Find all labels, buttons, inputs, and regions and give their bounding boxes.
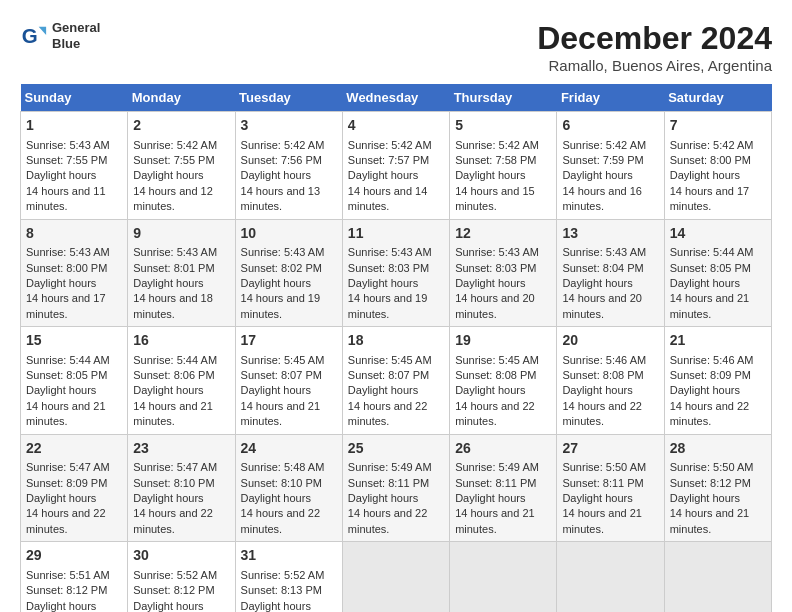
daylight-duration: 14 hours and 20 minutes. — [455, 292, 535, 319]
daylight-duration: 14 hours and 22 minutes. — [348, 507, 428, 534]
daylight-duration: 14 hours and 21 minutes. — [562, 507, 642, 534]
sunrise-text: Sunrise: 5:46 AM — [562, 354, 646, 366]
daylight-duration: 14 hours and 19 minutes. — [241, 292, 321, 319]
column-header-wednesday: Wednesday — [342, 84, 449, 112]
sunset-text: Sunset: 8:01 PM — [133, 262, 214, 274]
sunset-text: Sunset: 8:00 PM — [670, 154, 751, 166]
daylight-duration: 14 hours and 22 minutes. — [26, 507, 106, 534]
sunrise-text: Sunrise: 5:45 AM — [348, 354, 432, 366]
daylight-text: Daylight hours — [455, 492, 525, 504]
page-subtitle: Ramallo, Buenos Aires, Argentina — [537, 57, 772, 74]
sunrise-text: Sunrise: 5:45 AM — [241, 354, 325, 366]
daylight-duration: 14 hours and 22 minutes. — [241, 507, 321, 534]
title-area: December 2024 Ramallo, Buenos Aires, Arg… — [537, 20, 772, 74]
calendar-cell: 4Sunrise: 5:42 AMSunset: 7:57 PMDaylight… — [342, 112, 449, 220]
sunrise-text: Sunrise: 5:43 AM — [26, 139, 110, 151]
daylight-text: Daylight hours — [133, 600, 203, 612]
calendar-cell: 6Sunrise: 5:42 AMSunset: 7:59 PMDaylight… — [557, 112, 664, 220]
day-number: 12 — [455, 224, 551, 244]
daylight-text: Daylight hours — [26, 384, 96, 396]
sunrise-text: Sunrise: 5:48 AM — [241, 461, 325, 473]
calendar-cell — [664, 542, 771, 612]
daylight-text: Daylight hours — [455, 169, 525, 181]
sunset-text: Sunset: 8:05 PM — [670, 262, 751, 274]
sunrise-text: Sunrise: 5:49 AM — [348, 461, 432, 473]
daylight-text: Daylight hours — [670, 277, 740, 289]
sunset-text: Sunset: 7:58 PM — [455, 154, 536, 166]
calendar-cell — [342, 542, 449, 612]
day-number: 22 — [26, 439, 122, 459]
calendar-cell: 12Sunrise: 5:43 AMSunset: 8:03 PMDayligh… — [450, 219, 557, 327]
day-number: 9 — [133, 224, 229, 244]
daylight-duration: 14 hours and 22 minutes. — [133, 507, 213, 534]
sunrise-text: Sunrise: 5:50 AM — [562, 461, 646, 473]
header: G General Blue December 2024 Ramallo, Bu… — [20, 20, 772, 74]
daylight-duration: 14 hours and 21 minutes. — [241, 400, 321, 427]
calendar-week-row: 29Sunrise: 5:51 AMSunset: 8:12 PMDayligh… — [21, 542, 772, 612]
sunset-text: Sunset: 8:12 PM — [133, 584, 214, 596]
sunrise-text: Sunrise: 5:43 AM — [562, 246, 646, 258]
day-number: 20 — [562, 331, 658, 351]
day-number: 11 — [348, 224, 444, 244]
calendar-cell: 3Sunrise: 5:42 AMSunset: 7:56 PMDaylight… — [235, 112, 342, 220]
day-number: 24 — [241, 439, 337, 459]
sunrise-text: Sunrise: 5:45 AM — [455, 354, 539, 366]
sunrise-text: Sunrise: 5:43 AM — [241, 246, 325, 258]
calendar-cell: 28Sunrise: 5:50 AMSunset: 8:12 PMDayligh… — [664, 434, 771, 542]
sunrise-text: Sunrise: 5:44 AM — [670, 246, 754, 258]
calendar-cell: 10Sunrise: 5:43 AMSunset: 8:02 PMDayligh… — [235, 219, 342, 327]
sunset-text: Sunset: 8:12 PM — [670, 477, 751, 489]
daylight-text: Daylight hours — [455, 384, 525, 396]
sunrise-text: Sunrise: 5:43 AM — [26, 246, 110, 258]
sunset-text: Sunset: 8:07 PM — [241, 369, 322, 381]
calendar-week-row: 22Sunrise: 5:47 AMSunset: 8:09 PMDayligh… — [21, 434, 772, 542]
sunrise-text: Sunrise: 5:42 AM — [670, 139, 754, 151]
sunset-text: Sunset: 8:00 PM — [26, 262, 107, 274]
calendar-cell: 22Sunrise: 5:47 AMSunset: 8:09 PMDayligh… — [21, 434, 128, 542]
calendar-week-row: 8Sunrise: 5:43 AMSunset: 8:00 PMDaylight… — [21, 219, 772, 327]
sunset-text: Sunset: 8:09 PM — [26, 477, 107, 489]
calendar-cell: 19Sunrise: 5:45 AMSunset: 8:08 PMDayligh… — [450, 327, 557, 435]
daylight-text: Daylight hours — [670, 384, 740, 396]
calendar-cell: 13Sunrise: 5:43 AMSunset: 8:04 PMDayligh… — [557, 219, 664, 327]
daylight-duration: 14 hours and 19 minutes. — [348, 292, 428, 319]
daylight-duration: 14 hours and 22 minutes. — [670, 400, 750, 427]
sunrise-text: Sunrise: 5:42 AM — [241, 139, 325, 151]
day-number: 16 — [133, 331, 229, 351]
day-number: 13 — [562, 224, 658, 244]
day-number: 19 — [455, 331, 551, 351]
daylight-text: Daylight hours — [348, 277, 418, 289]
sunset-text: Sunset: 8:11 PM — [562, 477, 643, 489]
day-number: 17 — [241, 331, 337, 351]
sunrise-text: Sunrise: 5:46 AM — [670, 354, 754, 366]
daylight-text: Daylight hours — [241, 169, 311, 181]
daylight-duration: 14 hours and 22 minutes. — [455, 400, 535, 427]
daylight-duration: 14 hours and 22 minutes. — [562, 400, 642, 427]
daylight-text: Daylight hours — [562, 277, 632, 289]
day-number: 3 — [241, 116, 337, 136]
daylight-text: Daylight hours — [241, 277, 311, 289]
daylight-duration: 14 hours and 21 minutes. — [26, 400, 106, 427]
sunrise-text: Sunrise: 5:52 AM — [133, 569, 217, 581]
daylight-text: Daylight hours — [670, 492, 740, 504]
sunset-text: Sunset: 7:55 PM — [26, 154, 107, 166]
daylight-text: Daylight hours — [348, 384, 418, 396]
calendar-cell: 25Sunrise: 5:49 AMSunset: 8:11 PMDayligh… — [342, 434, 449, 542]
sunrise-text: Sunrise: 5:43 AM — [133, 246, 217, 258]
day-number: 29 — [26, 546, 122, 566]
day-number: 15 — [26, 331, 122, 351]
daylight-duration: 14 hours and 21 minutes. — [670, 507, 750, 534]
day-number: 25 — [348, 439, 444, 459]
sunrise-text: Sunrise: 5:43 AM — [455, 246, 539, 258]
day-number: 31 — [241, 546, 337, 566]
sunset-text: Sunset: 8:11 PM — [348, 477, 429, 489]
column-header-friday: Friday — [557, 84, 664, 112]
calendar-header-row: SundayMondayTuesdayWednesdayThursdayFrid… — [21, 84, 772, 112]
sunset-text: Sunset: 8:10 PM — [133, 477, 214, 489]
daylight-duration: 14 hours and 14 minutes. — [348, 185, 428, 212]
daylight-duration: 14 hours and 17 minutes. — [26, 292, 106, 319]
daylight-text: Daylight hours — [133, 492, 203, 504]
calendar-body: 1Sunrise: 5:43 AMSunset: 7:55 PMDaylight… — [21, 112, 772, 613]
daylight-text: Daylight hours — [26, 277, 96, 289]
daylight-duration: 14 hours and 16 minutes. — [562, 185, 642, 212]
